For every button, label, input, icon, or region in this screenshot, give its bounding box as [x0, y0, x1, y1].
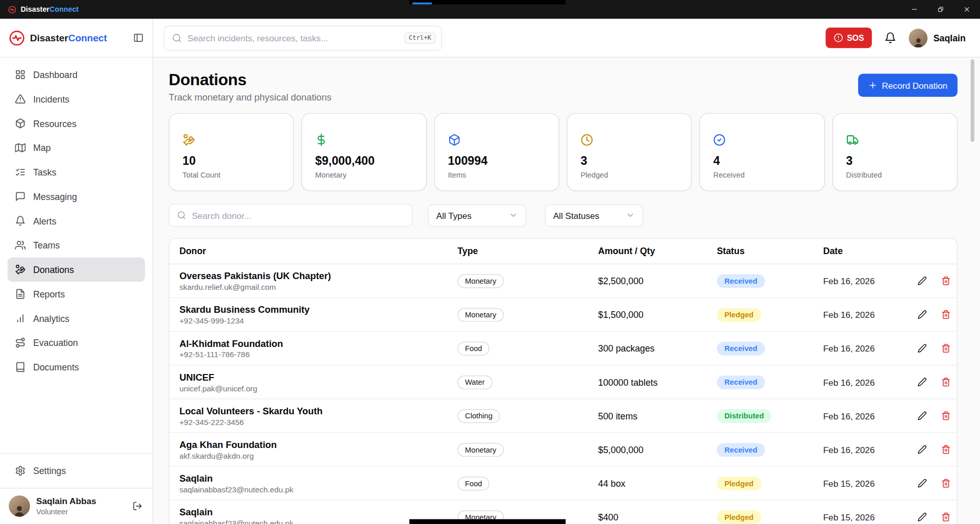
donor-cell: Local Volunteers - Skardu Youth+92-345-2…: [169, 405, 448, 427]
stat-label: Monetary: [315, 170, 413, 179]
stat-card-monetary: $9,000,400Monetary: [302, 113, 427, 191]
edit-button[interactable]: [913, 372, 932, 391]
user-avatar: [9, 495, 30, 517]
donor-contact: +92-345-222-3456: [179, 418, 447, 427]
sidebar-item-incidents[interactable]: Incidents: [8, 87, 145, 111]
logout-button[interactable]: [133, 501, 143, 511]
delete-button[interactable]: [936, 271, 955, 290]
route-icon: [15, 337, 26, 348]
donor-contact: skardu.relief.uk@gmail.com: [179, 283, 447, 291]
table-row: UNICEFunicef.pak@unicef.orgWater100000 t…: [169, 365, 957, 399]
message-square-icon: [15, 191, 26, 202]
actions-cell: [904, 474, 957, 493]
sidebar-item-alerts[interactable]: Alerts: [8, 209, 145, 233]
truck-icon: [846, 134, 859, 146]
donations-page: Donations Track monetary and physical do…: [153, 58, 980, 524]
close-button[interactable]: [954, 0, 980, 19]
amount-cell: $2,500,000: [588, 276, 707, 286]
sidebar-item-dashboard[interactable]: Dashboard: [8, 62, 145, 87]
donor-cell: Skardu Business Community+92-345-999-123…: [169, 304, 448, 326]
sos-button[interactable]: SOS: [825, 28, 872, 48]
delete-button[interactable]: [936, 339, 955, 358]
stat-card-items: 100994Items: [434, 113, 559, 191]
clock-icon: [581, 134, 593, 146]
sidebar-brand: DisasterConnect: [30, 32, 128, 43]
page-scrollbar[interactable]: [971, 59, 974, 142]
edit-button[interactable]: [913, 474, 932, 493]
global-search-input[interactable]: [187, 33, 399, 43]
donor-cell: Saqlainsaqlainabbasf23@nutech.edu.pk: [169, 506, 448, 524]
stat-value: 10: [183, 154, 280, 168]
minimize-button[interactable]: [901, 0, 927, 19]
delete-button[interactable]: [936, 305, 955, 324]
donor-name: Overseas Pakistanis (UK Chapter): [179, 270, 447, 281]
type-filter-select[interactable]: All Types: [428, 204, 526, 227]
notifications-button[interactable]: [885, 32, 896, 43]
delete-button[interactable]: [936, 372, 955, 391]
status-filter-value: All Statuses: [553, 210, 600, 220]
sidebar-item-reports[interactable]: Reports: [8, 282, 145, 306]
sidebar-item-analytics[interactable]: Analytics: [8, 306, 145, 331]
edit-button[interactable]: [913, 339, 932, 358]
type-badge: Monetary: [457, 443, 504, 457]
status-filter-select[interactable]: All Statuses: [545, 204, 643, 227]
sidebar-item-evacuation[interactable]: Evacuation: [8, 331, 145, 355]
sidebar-item-label: Incidents: [33, 94, 69, 104]
type-badge: Monetary: [457, 308, 504, 321]
stat-value: 4: [714, 154, 811, 168]
sidebar-item-documents[interactable]: Documents: [8, 355, 145, 380]
trash-icon: [941, 276, 950, 285]
delete-button[interactable]: [936, 407, 955, 426]
bell-icon: [885, 32, 896, 43]
status-cell: Pledged: [707, 477, 813, 490]
global-search: Ctrl+K: [164, 26, 442, 51]
check-circle-icon: [714, 134, 726, 146]
delete-button[interactable]: [936, 474, 955, 493]
sidebar-item-donations[interactable]: Donations: [8, 257, 145, 282]
sidebar-item-tasks[interactable]: Tasks: [8, 160, 145, 184]
sidebar-item-messaging[interactable]: Messaging: [8, 184, 145, 209]
type-cell: Monetary: [448, 274, 589, 288]
delete-button[interactable]: [936, 440, 955, 459]
brand-primary: Disaster: [20, 6, 50, 13]
screen-overlay-top: [409, 0, 566, 5]
hand-coins-icon: [15, 264, 26, 275]
record-donation-button[interactable]: Record Donation: [858, 73, 958, 96]
sidebar-item-settings[interactable]: Settings: [8, 459, 145, 483]
type-cell: Food: [448, 477, 589, 490]
sidebar-item-label: Settings: [33, 466, 66, 476]
stat-label: Items: [448, 170, 546, 179]
restore-button[interactable]: [927, 0, 953, 19]
edit-button[interactable]: [913, 407, 932, 426]
donor-cell: Overseas Pakistanis (UK Chapter)skardu.r…: [169, 270, 448, 292]
sidebar-item-resources[interactable]: Resources: [8, 111, 145, 136]
package-icon: [448, 134, 460, 146]
edit-button[interactable]: [913, 271, 932, 290]
edit-button[interactable]: [913, 305, 932, 324]
sos-label: SOS: [847, 33, 864, 42]
sidebar-item-map[interactable]: Map: [8, 136, 145, 160]
donor-search-input[interactable]: [192, 210, 404, 220]
titlebar-brand: DisasterConnect: [0, 5, 79, 13]
minimize-icon: [911, 6, 918, 13]
trash-icon: [941, 445, 950, 454]
donor-contact: +92-51-111-786-786: [179, 350, 447, 359]
topbar: Ctrl+K SOS Saqlain: [153, 19, 980, 58]
edit-button[interactable]: [913, 508, 932, 524]
table-row: Local Volunteers - Skardu Youth+92-345-2…: [169, 399, 957, 433]
edit-button[interactable]: [913, 440, 932, 459]
sidebar-item-teams[interactable]: Teams: [8, 233, 145, 258]
type-badge: Monetary: [457, 274, 504, 288]
sidebar-collapse-button[interactable]: [133, 33, 144, 43]
table-row: Al-Khidmat Foundation+92-51-111-786-786F…: [169, 332, 957, 365]
sidebar-item-label: Reports: [33, 289, 65, 299]
column-header-status: Status: [707, 246, 813, 256]
stat-value: 3: [581, 154, 678, 168]
titlebar-app-name: DisasterConnect: [20, 6, 79, 13]
amount-cell: $5,000,000: [588, 444, 707, 455]
delete-button[interactable]: [936, 508, 955, 524]
sidebar-footer: Settings Saqlain Abbas Volunteer: [0, 453, 153, 524]
profile-chip[interactable]: Saqlain: [909, 29, 966, 47]
status-cell: Received: [707, 341, 813, 355]
status-badge: Received: [717, 274, 765, 288]
